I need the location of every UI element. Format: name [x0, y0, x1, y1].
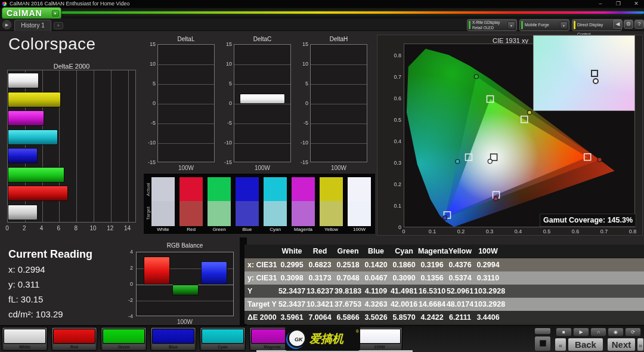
table-cell: 48.0174 — [446, 298, 474, 311]
table-cell: 16.5310 — [418, 285, 446, 298]
table-row: y: CIE310.30980.31730.70480.04670.30900.… — [244, 271, 644, 285]
stop-icon[interactable]: ■ — [556, 328, 572, 336]
deltah-plot-area — [310, 44, 367, 162]
y-tick-label: -2 — [122, 297, 133, 303]
x-tick-label: 12 — [104, 225, 116, 231]
meter-icon[interactable]: ∩ — [590, 328, 606, 336]
back-arrow-button[interactable]: « — [555, 338, 566, 351]
gridline — [128, 70, 129, 222]
record-icon[interactable]: ◉ — [608, 328, 624, 336]
pattern-button-white[interactable]: White — [2, 327, 48, 351]
cie-x-tick: 0.5 — [540, 229, 554, 234]
restore-button[interactable]: ❐ — [611, 0, 626, 8]
next-arrow-button[interactable]: » — [637, 338, 644, 351]
cie-y-tick: 0.5 — [388, 117, 401, 123]
cie-x-tick: 0.7 — [597, 229, 611, 234]
pattern-color-white — [4, 329, 46, 344]
row-label: x: CIE31 — [244, 258, 278, 271]
help-icon[interactable]: ? — [634, 20, 644, 29]
add-tab-button[interactable]: + — [54, 22, 63, 29]
deltah-chart-title: DeltaH — [310, 36, 367, 42]
watermark-badge: GK 爱搞机 ® — [285, 326, 360, 351]
y-tick-label: 0 — [147, 100, 156, 106]
deltal-chart-title: DeltaL — [157, 36, 215, 42]
pattern-window-button[interactable] — [534, 336, 551, 351]
calman-logo-menu[interactable]: CalMAN ▼ — [2, 7, 61, 19]
y-tick-label: -5 — [223, 120, 232, 126]
tab-history-1[interactable]: History 1 — [14, 20, 51, 31]
deltae-x-axis: 02468101214 — [7, 225, 136, 233]
deltae-2000-chart: DeltaE 2000 02468101214 — [4, 63, 141, 237]
x-tick-label: 14 — [122, 225, 134, 231]
actual-swatch-white — [151, 177, 175, 201]
cie-x-tick: 0.4 — [511, 229, 525, 234]
collapse-panel-icon[interactable]: ◀ — [613, 20, 623, 29]
settings-gear-icon[interactable]: ⚙ — [624, 20, 633, 29]
table-cell: 0.5374 — [446, 271, 474, 285]
actual-swatch-magenta — [292, 177, 315, 201]
target-swatch-green — [208, 201, 231, 226]
pattern-label: Blue — [152, 344, 194, 350]
back-button[interactable]: Back — [568, 338, 603, 351]
table-cell: 6.2111 — [446, 311, 474, 324]
refresh-icon[interactable]: ⟳ — [625, 328, 641, 336]
close-button[interactable]: ✕ — [629, 0, 643, 8]
gridline — [311, 104, 367, 104]
watermark-registered-mark: ® — [356, 329, 359, 334]
pattern-color-cyan — [202, 329, 244, 344]
pattern-button-blue[interactable]: Blue — [150, 327, 196, 351]
meter-dropdown[interactable]: X-Rite i1Display Retail OLED ▼ — [467, 19, 517, 31]
table-cell: 0.2518 — [334, 258, 362, 271]
table-cell: 3.5026 — [362, 311, 390, 324]
gridline — [111, 70, 112, 222]
display-status-indicator — [574, 21, 575, 29]
swatch-column-blue: Blue — [236, 174, 259, 235]
cie-x-tick: 0.3 — [482, 229, 497, 234]
cie-y-tick: 0.3 — [388, 160, 401, 166]
gridline — [234, 104, 290, 104]
y-tick-label: 5 — [147, 81, 156, 87]
pattern-window-mini-button[interactable] — [534, 328, 551, 335]
swatch-column-label: Cyan — [260, 227, 290, 232]
table-cell: 0.3090 — [390, 271, 418, 285]
deltac-chart: DeltaC 100W 151050-5-10-15 — [223, 35, 299, 173]
cie-actual-blue — [443, 216, 447, 220]
cie-actual-green — [474, 75, 478, 79]
pattern-square-icon — [540, 340, 546, 347]
cie-actual-cyan — [456, 159, 460, 163]
white-target-marker — [591, 70, 598, 77]
table-cell: 103.2928 — [474, 298, 502, 311]
table-cell: 7.0064 — [306, 311, 334, 324]
chevron-down-icon[interactable]: ▼ — [507, 21, 515, 29]
minimize-button[interactable]: – — [593, 0, 608, 8]
table-corner-cell — [244, 245, 278, 258]
y-tick-label: 0 — [299, 100, 308, 106]
tab-nav-button[interactable]: ▶ — [2, 20, 11, 29]
pattern-button-100w[interactable]: 100W — [357, 327, 402, 351]
deltae-bar-yellow — [8, 92, 61, 107]
source-dropdown[interactable]: Mobile Forge ▼ — [519, 19, 569, 31]
deltae-bar-white — [8, 73, 39, 88]
chevron-down-icon[interactable]: ▼ — [560, 21, 568, 29]
play-icon[interactable]: ▶ — [573, 328, 589, 336]
swatch-column-label: Green — [204, 227, 234, 232]
deltae-bar-magenta — [8, 110, 44, 126]
cie-y-tick: 0.7 — [388, 74, 401, 80]
pattern-button-green[interactable]: Green — [101, 327, 147, 351]
gridline — [137, 301, 233, 301]
y-tick-label: -15 — [299, 159, 308, 165]
actual-swatch-blue — [236, 177, 259, 201]
pattern-button-cyan[interactable]: Cyan — [200, 327, 246, 351]
table-cell: 0.3173 — [306, 271, 334, 285]
next-button[interactable]: Next — [607, 338, 636, 351]
cie-actual-red — [597, 158, 602, 162]
pattern-button-red[interactable]: Red — [51, 327, 97, 351]
deltac-plot-area — [234, 44, 291, 162]
target-swatch-yellow — [320, 201, 343, 226]
column-header-cyan: Cyan — [390, 245, 418, 258]
pattern-label: 100W — [358, 344, 401, 350]
table-cell: 13.6237 — [306, 285, 334, 298]
column-header-white: White — [278, 245, 306, 258]
y-tick-label: 5 — [223, 81, 232, 87]
swatch-column-white: White — [151, 174, 175, 235]
